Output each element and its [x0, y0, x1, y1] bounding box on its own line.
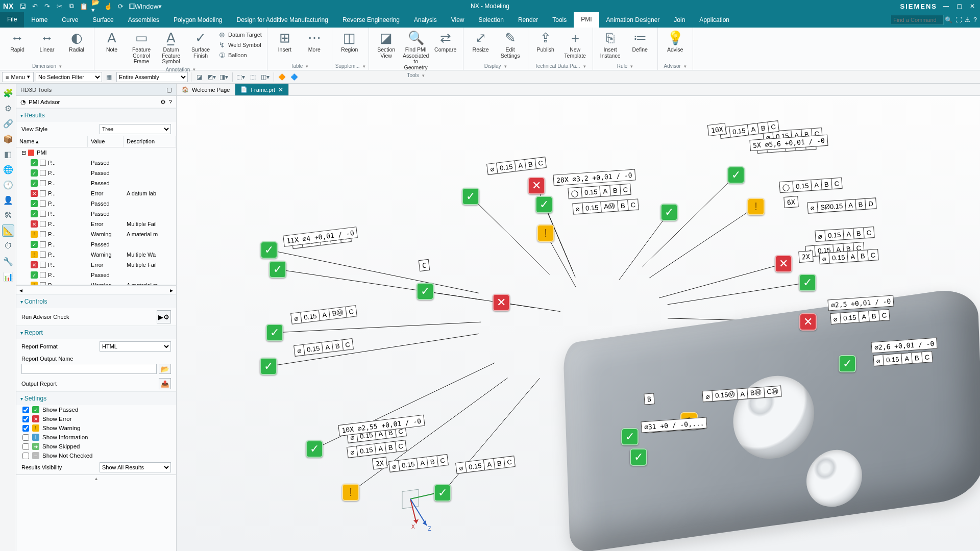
report-output-name-input[interactable] — [21, 364, 157, 374]
roles-icon[interactable]: ⚠ — [965, 16, 970, 23]
show-error-checkbox[interactable] — [22, 416, 29, 422]
gdt-note[interactable]: 28X ⌀3,2 +0,01 / -0 — [553, 169, 635, 186]
sel-icon-5[interactable]: ⬚ — [248, 72, 258, 82]
more-button[interactable]: ⋯More — [300, 29, 329, 54]
paste-icon[interactable]: 📋 — [79, 2, 88, 11]
gdt-frame[interactable]: ⌀0.15AⓂBC — [572, 199, 639, 215]
close-icon[interactable]: ✕ — [968, 2, 977, 11]
sel-icon-6[interactable]: ◫▾ — [260, 72, 271, 82]
touch-icon[interactable]: ☝ — [104, 2, 113, 11]
tab-analysis[interactable]: Analysis — [407, 12, 444, 28]
sel-icon-3[interactable]: ◨▾ — [219, 72, 229, 82]
view-style-dropdown[interactable]: Tree — [100, 124, 171, 134]
weld-symbol-button[interactable]: ↯Weld Symbol — [216, 40, 264, 50]
tree-root-pmi[interactable]: ⊟ 🟥 PMI — [16, 147, 176, 158]
tree-row[interactable]: ✕P... Error Multiple Fail — [16, 260, 176, 270]
gdt-frame[interactable]: ⌀0.15ABC — [455, 456, 516, 474]
tab-view[interactable]: View — [444, 12, 472, 28]
rail-hd3d-icon[interactable]: ◧ — [2, 148, 14, 160]
report-section-header[interactable]: Report — [16, 325, 176, 339]
run-advisor-check-button[interactable]: ▶⚙ — [157, 310, 171, 323]
gdt-frame[interactable]: ◯0.15ABC — [779, 178, 842, 193]
rail-reuse-icon[interactable]: 📦 — [2, 133, 14, 145]
tab-reverse-engineering[interactable]: Reverse Engineering — [335, 12, 407, 28]
tree-row[interactable]: ✕P... Error A datum lab — [16, 188, 176, 198]
gdt-note[interactable]: 10X — [707, 123, 727, 136]
define-button[interactable]: ≔Define — [626, 29, 654, 54]
pmi-pass-marker[interactable]: ✓ — [727, 166, 745, 184]
insert-button[interactable]: ⊞Insert — [271, 29, 299, 54]
balloon-button[interactable]: ①Balloon — [216, 50, 264, 60]
linear-button[interactable]: ↔Linear — [33, 29, 61, 54]
pmi-warn-marker[interactable]: ! — [747, 198, 765, 215]
pmi-pass-marker[interactable]: ✓ — [416, 283, 434, 300]
resize-button[interactable]: ⤢Resize — [467, 29, 495, 54]
tree-scroll-left[interactable]: ◂ — [16, 287, 26, 294]
rail-clock-icon[interactable]: ⏱ — [2, 240, 14, 252]
save-icon[interactable]: 🖫 — [18, 2, 27, 11]
tab-join[interactable]: Join — [667, 12, 692, 28]
results-section-header[interactable]: Results — [16, 108, 176, 122]
refresh-icon[interactable]: ⟳ — [116, 2, 125, 11]
minimize-icon[interactable]: — — [941, 2, 950, 11]
col-name-header[interactable]: Name ▴ — [16, 136, 88, 147]
search-icon[interactable]: 🔍 — [945, 16, 952, 23]
show-skipped-checkbox[interactable] — [22, 443, 29, 450]
gdt-frame[interactable]: ⌀SØ0.15ABD — [807, 197, 876, 213]
gdt-note[interactable]: 2X — [798, 251, 813, 263]
section-view-button[interactable]: ◪Section View — [372, 29, 401, 60]
maximize-icon[interactable]: ▢ — [954, 2, 964, 11]
tab-animation-designer[interactable]: Animation Designer — [599, 12, 667, 28]
part-model[interactable] — [563, 286, 980, 551]
tree-row[interactable]: !P... Warning A material m — [16, 229, 176, 239]
redo-icon[interactable]: ↷ — [42, 2, 52, 11]
compare-button[interactable]: ⇄Compare — [431, 29, 460, 54]
panel-undock-icon[interactable]: ▢ — [166, 86, 172, 93]
gdt-frame[interactable]: ⌀0.15ABC — [347, 440, 407, 458]
sel-icon-4[interactable]: ⬚▾ — [236, 72, 246, 82]
panel-collapse-handle[interactable]: ▴ — [16, 474, 176, 482]
pmi-pass-marker[interactable]: ✓ — [630, 448, 647, 466]
tree-row[interactable]: ✓P... Passed — [16, 270, 176, 280]
pmi-err-marker[interactable]: ✕ — [493, 294, 510, 311]
pmi-pass-marker[interactable]: ✓ — [660, 204, 678, 221]
datum-feature-symbol-button[interactable]: A̲Datum Feature Symbol — [157, 29, 185, 66]
menu-dropdown[interactable]: ≡ Menu ▾ — [2, 72, 34, 82]
fullscreen-icon[interactable]: ⛶ — [955, 16, 962, 23]
gdt-frame[interactable]: ⌀0.15ABⓂC — [290, 305, 357, 324]
filter-reset-icon[interactable]: ▦ — [104, 72, 114, 82]
gdt-note[interactable]: C — [419, 259, 430, 271]
pmi-pass-marker[interactable]: ✓ — [260, 241, 278, 259]
pmi-pass-marker[interactable]: ✓ — [799, 274, 816, 291]
controls-section-header[interactable]: Controls — [16, 294, 176, 308]
rapid-button[interactable]: ↔Rapid — [3, 29, 32, 54]
pmi-warn-marker[interactable]: ! — [537, 224, 554, 242]
gdt-note[interactable]: 2X — [372, 457, 387, 469]
tab-assemblies[interactable]: Assemblies — [121, 12, 166, 28]
settings-section-header[interactable]: Settings — [16, 391, 176, 405]
pmi-pass-marker[interactable]: ✓ — [535, 196, 553, 213]
publish-button[interactable]: ⇪Publish — [531, 29, 560, 54]
panel-help-icon[interactable]: ? — [169, 99, 172, 105]
tab-application[interactable]: Application — [692, 12, 737, 28]
results-visibility-dropdown[interactable]: Show All Results — [100, 462, 171, 472]
tab-home[interactable]: Home — [24, 12, 55, 28]
col-value-header[interactable]: Value — [88, 136, 124, 147]
tree-row[interactable]: !P... Warning Multiple Wa — [16, 249, 176, 260]
rail-assembly-icon[interactable]: ⚙ — [2, 102, 14, 114]
report-format-dropdown[interactable]: HTML — [100, 341, 171, 352]
rail-constraint-icon[interactable]: 🔗 — [2, 117, 14, 130]
gdt-note[interactable]: B — [644, 393, 654, 405]
tab-selection[interactable]: Selection — [472, 12, 511, 28]
gdt-frame[interactable]: ⌀0.15ABC — [486, 157, 547, 175]
sel-icon-7[interactable]: 🔶 — [277, 72, 287, 82]
tree-row[interactable]: ✓P... Passed — [16, 158, 176, 168]
tree-row[interactable]: ✓P... Passed — [16, 178, 176, 188]
gdt-frame[interactable]: ◯0.15ABC — [568, 184, 631, 199]
pmi-pass-marker[interactable]: ✓ — [462, 188, 479, 205]
rail-roles-icon[interactable]: 👤 — [2, 194, 14, 206]
undo-icon[interactable]: ↶ — [30, 2, 39, 11]
tree-row[interactable]: ✕P... Error Multiple Fail — [16, 219, 176, 229]
feature-control-frame-button[interactable]: ▭Feature Control Frame — [127, 29, 156, 66]
output-report-button[interactable]: 📤 — [159, 378, 171, 389]
